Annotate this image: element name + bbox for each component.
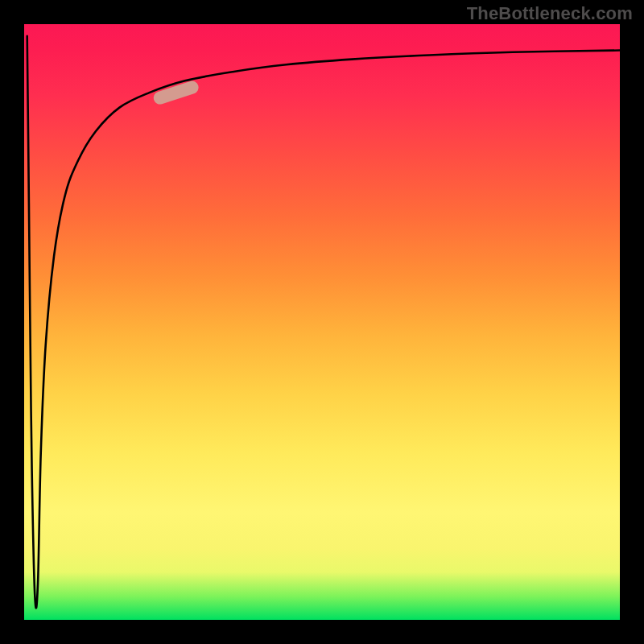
chart-frame: TheBottleneck.com <box>0 0 644 644</box>
watermark-label: TheBottleneck.com <box>467 3 633 24</box>
data-curve <box>27 36 620 609</box>
curve-layer <box>24 24 620 620</box>
